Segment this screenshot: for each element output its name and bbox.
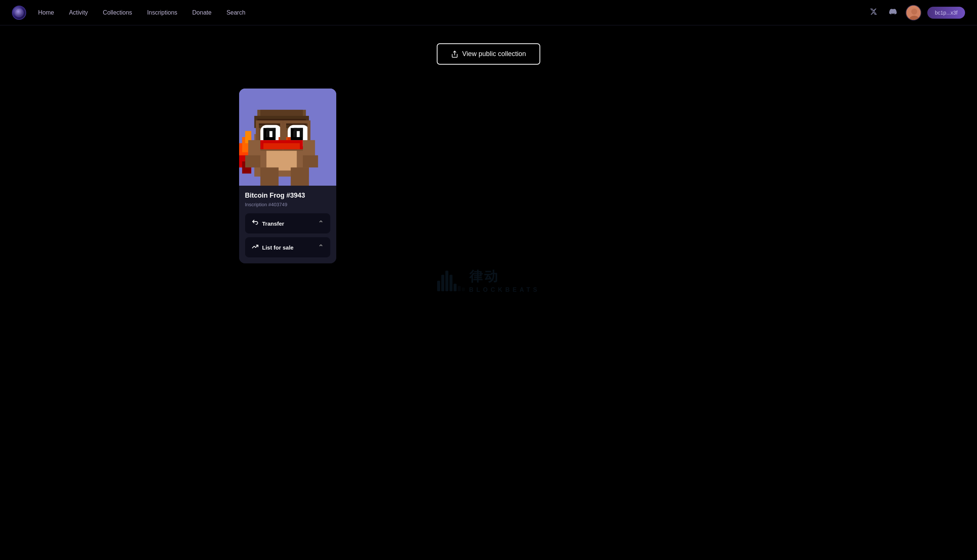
main-content: View public collection [0, 25, 977, 281]
nav-links: Home Activity Collections Inscriptions D… [38, 9, 867, 16]
svg-rect-38 [260, 167, 278, 186]
nft-card: Bitcoin Frog #3943 Inscription #403749 T… [239, 88, 336, 263]
bar-5 [453, 284, 457, 292]
svg-rect-30 [272, 128, 275, 137]
twitter-button[interactable] [867, 6, 880, 20]
transfer-chevron-icon: ⌃ [318, 219, 323, 228]
navbar: Home Activity Collections Inscriptions D… [0, 0, 977, 25]
view-public-btn-label: View public collection [462, 50, 526, 58]
view-public-collection-button[interactable]: View public collection [437, 43, 540, 65]
svg-point-1 [911, 8, 917, 15]
wallet-button[interactable]: bc1p...x3f [927, 7, 965, 19]
nav-search[interactable]: Search [227, 9, 245, 16]
nav-home[interactable]: Home [38, 9, 54, 16]
nft-card-image [239, 88, 336, 186]
nav-collections[interactable]: Collections [103, 9, 132, 16]
discord-button[interactable] [886, 6, 900, 20]
nft-card-info: Bitcoin Frog #3943 Inscription #403749 T… [239, 186, 336, 263]
transfer-icon [252, 219, 258, 228]
svg-rect-39 [291, 167, 309, 186]
nav-activity[interactable]: Activity [69, 9, 88, 16]
transfer-button[interactable]: Transfer ⌃ [245, 213, 330, 233]
svg-rect-36 [245, 155, 260, 168]
list-sale-icon [252, 243, 258, 252]
nft-card-subtitle: Inscription #403749 [245, 202, 330, 207]
watermark-en-text: BLOCKBEATS [469, 286, 540, 293]
svg-rect-29 [267, 128, 269, 137]
bar-7 [462, 288, 465, 292]
svg-rect-33 [300, 128, 303, 137]
bar-1 [437, 281, 440, 292]
svg-rect-41 [263, 143, 300, 149]
user-avatar[interactable] [905, 5, 921, 20]
nav-inscriptions[interactable]: Inscriptions [147, 9, 177, 16]
list-for-sale-button[interactable]: List for sale ⌃ [245, 237, 330, 257]
svg-rect-37 [303, 155, 318, 168]
twitter-icon [870, 8, 877, 17]
svg-rect-32 [293, 128, 297, 137]
discord-icon [889, 8, 897, 17]
list-sale-chevron-icon: ⌃ [318, 243, 323, 252]
transfer-label: Transfer [262, 220, 284, 227]
share-icon [451, 50, 458, 58]
nft-pixel-art [239, 88, 336, 186]
nft-card-title: Bitcoin Frog #3943 [245, 192, 330, 200]
nav-right: bc1p...x3f [867, 5, 965, 20]
nav-donate[interactable]: Donate [192, 9, 212, 16]
list-sale-label: List for sale [262, 244, 293, 251]
cards-area: Bitcoin Frog #3943 Inscription #403749 T… [227, 88, 750, 263]
app-logo[interactable] [12, 6, 26, 20]
bar-6 [458, 286, 461, 292]
svg-rect-27 [281, 131, 287, 137]
